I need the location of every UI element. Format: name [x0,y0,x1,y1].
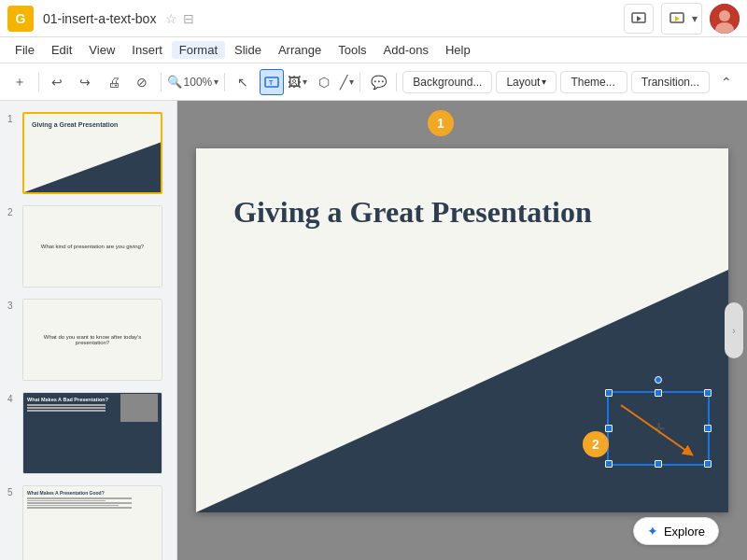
resize-handle-bottom[interactable] [655,460,662,468]
separator-4 [359,73,360,91]
slide-thumb-2: What kind of presentation are you giving… [22,205,162,287]
resize-handle-top-right[interactable] [704,389,712,397]
svg-text:T: T [269,79,274,86]
top-bar: G 01-insert-a-text-box ☆ ⊟ ▾ [0,0,747,37]
annotation-2: 2 [583,431,609,457]
slide-thumb-1: Giving a Great Presentation [22,112,162,194]
slide3-thumb-text: What do you want to know after today's p… [23,330,162,349]
slide-item-1[interactable]: 1 Giving a Great Presentation [0,108,176,198]
menu-addons[interactable]: Add-ons [376,41,436,59]
comment-button[interactable]: 💬 [366,69,391,95]
shape-tool[interactable]: ⬡ [311,69,336,95]
menu-help[interactable]: Help [438,41,478,59]
slide-item-2[interactable]: 2 What kind of presentation are you givi… [0,202,176,291]
resize-handle-bottom-right[interactable] [704,460,712,468]
redo-button[interactable]: ↪ [73,69,98,95]
slide-thumb-3: What do you want to know after today's p… [22,299,162,381]
slide-num-4: 4 [7,394,22,404]
user-avatar[interactable] [710,4,740,34]
slide5-line-5 [27,507,132,509]
slide5-line-3 [27,502,132,504]
slide-canvas[interactable]: Giving a Great Presentation [196,148,728,512]
menu-bar: File Edit View Insert Format Slide Arran… [0,37,747,63]
present-icon [669,11,684,26]
menu-file[interactable]: File [7,41,42,59]
collapse-toolbar-button[interactable]: ⌃ [713,69,740,95]
print-button[interactable]: 🖨 [102,69,127,95]
resize-handle-left[interactable] [605,425,613,432]
slide5-line-2 [27,500,106,502]
slide5-line-4 [27,505,119,507]
resize-handle-right[interactable] [704,425,712,432]
menu-view[interactable]: View [81,41,122,59]
star-icon[interactable]: ☆ [165,11,177,26]
layout-dropdown[interactable]: Layout▾ [496,71,557,93]
line-tool[interactable]: ╱ [340,69,347,95]
menu-edit[interactable]: Edit [44,41,79,59]
folder-icon[interactable]: ⊟ [183,11,194,26]
slideshow-button[interactable] [624,4,654,34]
slide-panel: 1 Giving a Great Presentation 2 What kin… [0,101,177,560]
background-button[interactable]: Background... [402,71,492,93]
theme-button[interactable]: Theme... [560,71,627,93]
slide4-line-3 [27,410,106,412]
slide2-thumb-text: What kind of presentation are you giving… [37,240,148,253]
present-button[interactable] [662,4,692,34]
annotation-2-label: 2 [592,437,599,452]
menu-insert[interactable]: Insert [124,41,170,59]
separator-5 [396,73,397,91]
line-dropdown-arrow: ▾ [349,77,354,87]
slide-background: Giving a Great Presentation [196,148,728,512]
resize-handle-top-left[interactable] [605,389,613,397]
annotation-1-label: 1 [437,116,444,131]
app-icon: G [7,6,34,32]
paint-button[interactable]: ⊘ [130,69,155,95]
slide4-line-2 [27,407,106,409]
image-tool-dropdown[interactable]: 🖼 ▾ [288,69,307,95]
resize-handle-top[interactable] [655,389,662,397]
svg-marker-1 [637,16,641,21]
undo-button[interactable]: ↩ [44,69,69,95]
toolbar: ＋ ↩ ↪ 🖨 ⊘ 🔍 100% ▾ ↖ T 🖼 ▾ ⬡ ╱ ▾ 💬 Backg… [0,63,747,101]
textbox-tool[interactable]: T [260,69,285,95]
canvas-area: 1 Giving a Great Presentation [177,101,747,560]
toolbar-right: ⌃ [713,69,740,95]
slide-num-1: 1 [7,114,22,124]
svg-marker-3 [675,16,680,21]
resize-handle-bottom-left[interactable] [605,460,613,468]
scroll-chevron: › [732,326,735,336]
slide-num-3: 3 [7,301,22,311]
slide-thumb-4: What Makes A Bad Presentation? [22,392,162,474]
menu-format[interactable]: Format [172,41,225,59]
image-tool[interactable]: 🖼 [288,69,301,95]
app-icon-label: G [16,11,26,26]
menu-slide[interactable]: Slide [227,41,269,59]
slide1-thumb-text: Giving a Great Presentation [32,121,118,128]
menu-arrange[interactable]: Arrange [271,41,329,59]
slide-item-4[interactable]: 4 What Makes A Bad Presentation? [0,388,176,478]
present-dropdown[interactable]: ▾ [692,12,701,25]
cursor-tool[interactable]: ↖ [231,69,256,95]
main-area: 1 Giving a Great Presentation 2 What kin… [0,101,747,560]
slide5-line-1 [27,497,132,499]
zoom-dropdown-arrow: ▾ [214,77,218,87]
top-right-controls: ▾ [624,3,740,35]
selected-textbox[interactable]: ✛ [607,391,710,466]
theme-dropdown[interactable]: Theme... [560,71,627,93]
annotation-1: 1 [428,110,454,136]
textbox-icon: T [264,75,279,90]
slide-item-3[interactable]: 3 What do you want to know after today's… [0,295,176,385]
slide-thumb-5: What Makes A Presentation Good? [22,485,162,560]
scroll-toggle[interactable]: › [725,302,743,358]
zoom-dropdown[interactable]: 🔍 100% ▾ [167,75,219,89]
doc-title: 01-insert-a-text-box [43,11,156,26]
rotate-handle[interactable] [655,376,662,384]
transition-button[interactable]: Transition... [631,71,710,93]
line-tool-dropdown[interactable]: ╱ ▾ [340,69,354,95]
svg-point-5 [719,10,730,21]
add-button[interactable]: ＋ [7,69,33,95]
layout-button[interactable]: Layout▾ [496,71,557,93]
slide-item-5[interactable]: 5 What Makes A Presentation Good? [0,482,176,560]
explore-button[interactable]: ✦ Explore [633,517,719,545]
menu-tools[interactable]: Tools [331,41,374,59]
